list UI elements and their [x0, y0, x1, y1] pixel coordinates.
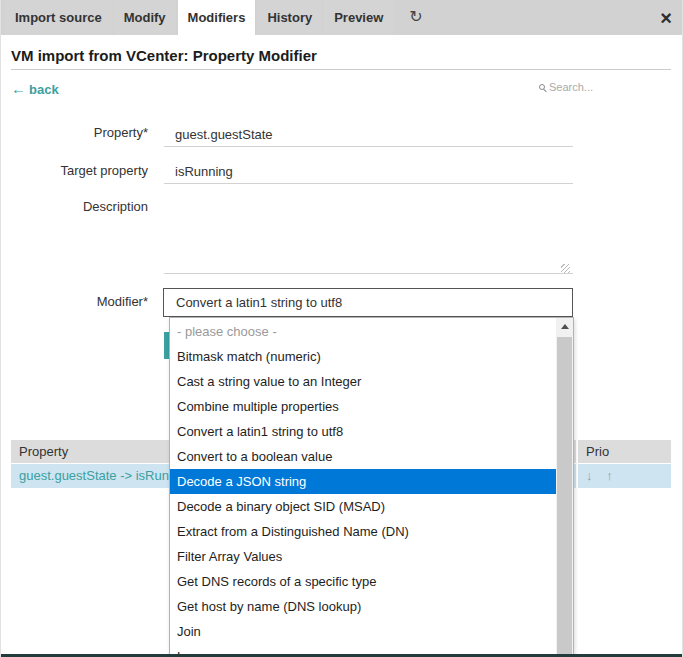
tab-modifiers[interactable]: Modifiers [178, 0, 256, 42]
dropdown-option[interactable]: Join [170, 619, 556, 644]
tab-history[interactable]: History [257, 0, 322, 35]
dropdown-option[interactable]: Get host by name (DNS lookup) [170, 594, 556, 619]
back-arrow-icon: ← [11, 80, 26, 97]
scrollbar-up-button[interactable] [556, 318, 573, 335]
dropdown-option[interactable]: Get DNS records of a specific type [170, 569, 556, 594]
description-textarea[interactable] [164, 192, 573, 274]
modifier-label: Modifier* [1, 294, 148, 309]
app-window: Import source Modify Modifiers History P… [0, 0, 683, 657]
refresh-icon[interactable]: ↻ [409, 0, 422, 35]
tab-preview[interactable]: Preview [324, 0, 393, 35]
dropdown-option[interactable]: Filter Array Values [170, 544, 556, 569]
target-property-label: Target property [1, 163, 148, 178]
dropdown-option[interactable]: Extract from a Distinguished Name (DN) [170, 519, 556, 544]
dropdown-options: - please choose - Bitmask match (numeric… [170, 319, 556, 657]
property-label: Property* [1, 125, 148, 140]
back-label: back [29, 82, 59, 97]
modifier-select[interactable]: Convert a latin1 string to utf8 [163, 288, 573, 317]
dropdown-option[interactable]: Decode a binary object SID (MSAD) [170, 494, 556, 519]
dropdown-option[interactable]: Bitmask match (numeric) [170, 344, 556, 369]
column-header-prio: Prio [578, 440, 671, 463]
search-box [539, 81, 669, 93]
modifier-row-link[interactable]: guest.guestState -> isRunning [19, 468, 194, 483]
dropdown-option[interactable]: Combine multiple properties [170, 394, 556, 419]
property-input[interactable]: guest.guestState [164, 123, 573, 147]
scrollbar-thumb[interactable] [557, 337, 572, 656]
prio-down-icon[interactable]: ↓ [586, 468, 593, 483]
tab-modify[interactable]: Modify [114, 0, 176, 35]
dropdown-scrollbar[interactable] [556, 318, 573, 656]
description-label: Description [1, 199, 148, 214]
search-icon [539, 84, 545, 90]
dropdown-option-highlighted[interactable]: Decode a JSON string [170, 469, 556, 494]
dropdown-option[interactable]: Convert a latin1 string to utf8 [170, 419, 556, 444]
prio-up-icon[interactable]: ↑ [606, 468, 613, 483]
close-icon[interactable]: × [660, 5, 672, 31]
tab-import-source[interactable]: Import source [5, 0, 112, 35]
title-divider [11, 69, 671, 70]
page-title: VM import from VCenter: Property Modifie… [11, 47, 317, 64]
resize-grip-icon[interactable] [561, 264, 570, 273]
tab-bar: Import source Modify Modifiers History P… [1, 0, 682, 35]
chevron-up-icon [561, 324, 569, 329]
modifier-dropdown-list: - please choose - Bitmask match (numeric… [169, 317, 574, 657]
dropdown-option[interactable]: Convert to a boolean value [170, 444, 556, 469]
search-input[interactable] [549, 81, 649, 93]
dropdown-option[interactable]: - please choose - [170, 319, 556, 344]
dropdown-option[interactable]: Cast a string value to an Integer [170, 369, 556, 394]
back-link[interactable]: ←back [11, 80, 59, 97]
target-property-input[interactable]: isRunning [164, 160, 573, 184]
